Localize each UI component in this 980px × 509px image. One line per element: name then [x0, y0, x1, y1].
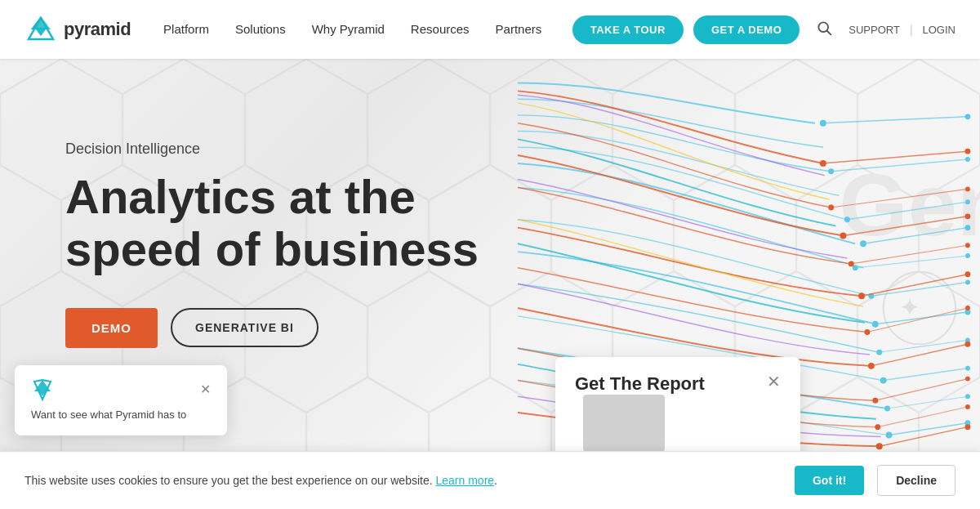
hero-subtitle: Decision Intelligence [65, 141, 539, 158]
popup-want-header: ✕ [31, 378, 211, 401]
nav-right: TAKE A TOUR GET A DEMO SUPPORT | LOGIN [572, 16, 956, 44]
svg-line-50 [875, 379, 968, 401]
hero-section: Decision Intelligence Analytics at the s… [0, 59, 980, 509]
report-popup-title: Get The Report [575, 373, 705, 395]
cookie-banner: This website uses cookies to ensure you … [0, 451, 980, 509]
pyramid-logo-icon [24, 13, 57, 46]
svg-point-65 [965, 186, 970, 191]
cookie-text: This website uses cookies to ensure you … [24, 474, 782, 487]
decline-button[interactable]: Decline [877, 465, 956, 496]
report-popup-header: Get The Report ✕ [575, 373, 781, 395]
want-popup: ✕ Want to see what Pyramid has to [15, 365, 227, 435]
svg-point-70 [964, 342, 970, 347]
svg-point-66 [964, 213, 970, 219]
nav-item-solutions[interactable]: Solutions [235, 22, 286, 37]
svg-point-54 [965, 157, 970, 162]
hero-demo-button[interactable]: DEMO [65, 308, 158, 348]
svg-point-68 [964, 271, 970, 277]
svg-line-41 [888, 396, 968, 409]
svg-line-36 [855, 256, 968, 268]
navbar: pyramid Platform Solutions Why Pyramid R… [0, 0, 980, 59]
nav-item-platform[interactable]: Platform [163, 22, 209, 37]
hero-buttons: DEMO GENERATIVE BI [65, 308, 539, 348]
svg-line-6 [827, 30, 831, 34]
svg-point-58 [965, 280, 970, 285]
svg-point-64 [964, 149, 970, 154]
svg-point-67 [965, 243, 970, 248]
svg-marker-2 [36, 29, 46, 36]
hero-content: Decision Intelligence Analytics at the s… [65, 141, 539, 348]
get-a-demo-button[interactable]: GET A DEMO [693, 16, 800, 44]
svg-line-39 [880, 340, 968, 352]
nav-item-resources[interactable]: Resources [411, 22, 470, 37]
svg-text:✦: ✦ [899, 293, 920, 322]
svg-line-40 [884, 368, 968, 381]
svg-point-71 [965, 377, 970, 382]
login-link[interactable]: LOGIN [923, 24, 956, 36]
hero-genbi-button[interactable]: GENERATIVE BI [171, 308, 318, 347]
logo-text: pyramid [64, 19, 131, 40]
svg-point-57 [965, 253, 970, 258]
svg-point-69 [965, 306, 970, 310]
hero-title: Analytics at the speed of business [65, 171, 539, 275]
report-popup-image [583, 395, 665, 452]
popup-pyramid-icon [31, 378, 54, 401]
take-a-tour-button[interactable]: TAKE A TOUR [572, 16, 684, 44]
svg-line-51 [878, 407, 968, 427]
svg-point-73 [964, 424, 970, 430]
nav-links: Platform Solutions Why Pyramid Resources… [163, 22, 572, 37]
nav-item-partners[interactable]: Partners [496, 22, 542, 37]
svg-point-61 [965, 366, 970, 371]
svg-text:Gen: Gen [840, 155, 980, 254]
got-it-button[interactable]: Got it! [795, 466, 864, 495]
cookie-message: This website uses cookies to ensure you … [24, 474, 433, 487]
svg-point-55 [965, 199, 970, 204]
search-icon [816, 20, 832, 36]
svg-line-32 [823, 117, 968, 123]
svg-line-49 [871, 344, 968, 366]
svg-point-53 [964, 114, 970, 119]
nav-item-why-pyramid[interactable]: Why Pyramid [312, 22, 385, 37]
popup-want-close-button[interactable]: ✕ [200, 382, 211, 397]
nav-divider: | [910, 23, 913, 36]
svg-point-72 [965, 404, 970, 409]
svg-point-56 [964, 225, 970, 230]
popup-want-text: Want to see what Pyramid has to [31, 408, 211, 422]
search-button[interactable] [809, 16, 839, 43]
cookie-period: . [494, 474, 497, 487]
report-popup-close-button[interactable]: ✕ [767, 373, 781, 390]
logo[interactable]: pyramid [24, 13, 131, 46]
svg-point-62 [965, 394, 970, 399]
cookie-learn-more-link[interactable]: Learn more [436, 474, 495, 487]
support-link[interactable]: SUPPORT [849, 24, 900, 36]
